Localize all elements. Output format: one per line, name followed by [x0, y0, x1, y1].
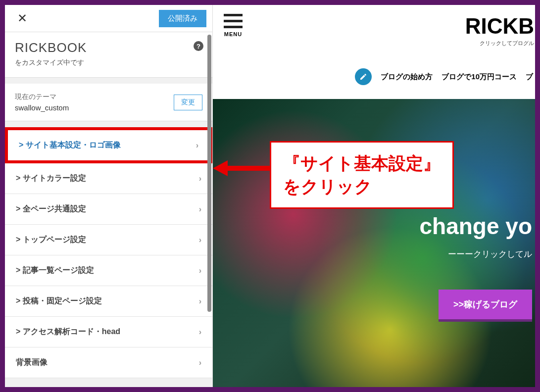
chevron-right-icon: ›	[199, 205, 201, 214]
chevron-right-icon: ›	[199, 266, 201, 275]
chevron-right-icon: ›	[196, 141, 198, 150]
menu-label: > 記事一覧ページ設定	[16, 265, 94, 276]
sidebar-header: ✕ 公開済み	[5, 5, 212, 32]
customize-caption: をカスタマイズ中です	[15, 58, 202, 67]
close-button[interactable]: ✕	[11, 7, 33, 30]
site-tagline: クリックしてブログル	[465, 40, 534, 47]
menu-label: 背景画像	[16, 357, 48, 368]
menu-label: > サイトカラー設定	[16, 173, 86, 184]
theme-name: swallow_custom	[15, 103, 69, 112]
menu-background[interactable]: 背景画像 ›	[5, 347, 212, 378]
theme-block: 現在のテーマ swallow_custom 変更	[5, 84, 212, 121]
menu-site-color[interactable]: > サイトカラー設定 ›	[5, 163, 212, 194]
hero-subtitle: ーーークリックしてル	[213, 248, 532, 260]
site-logo[interactable]: RICKB	[465, 14, 534, 39]
menu-label: > アクセス解析コード・head	[16, 327, 120, 337]
hero-cta-button[interactable]: >>稼げるブログ	[439, 290, 532, 319]
chevron-right-icon: ›	[199, 236, 201, 245]
menu-label: MENU	[224, 31, 242, 37]
scroll-thumb[interactable]	[207, 35, 211, 312]
site-title-block: RICKBOOK をカスタマイズ中です ?	[5, 32, 212, 78]
menu-label: > トップページ設定	[16, 235, 86, 245]
nav-link[interactable]: ブログで10万円コース	[442, 72, 517, 82]
chevron-right-icon: ›	[199, 328, 201, 337]
scrollbar[interactable]	[207, 35, 211, 319]
menu-post-page[interactable]: > 投稿・固定ページ設定 ›	[5, 286, 212, 317]
hero-title: change yo	[213, 213, 532, 240]
hamburger-icon	[224, 14, 243, 28]
chevron-right-icon: ›	[199, 297, 201, 306]
logo-area: RICKB クリックしてブログル	[465, 14, 535, 47]
menu-site-basic[interactable]: > サイト基本設定・ロゴ画像 ›	[5, 127, 212, 163]
change-theme-button[interactable]: 変更	[174, 95, 202, 110]
close-icon: ✕	[17, 11, 27, 25]
preview-header: MENU RICKB クリックしてブログル	[213, 5, 535, 63]
annotation-callout: 『サイト基本設定』 をクリック	[270, 141, 454, 209]
publish-button[interactable]: 公開済み	[159, 10, 206, 27]
menu-article-list[interactable]: > 記事一覧ページ設定 ›	[5, 255, 212, 286]
menu-label: > 全ページ共通設定	[16, 204, 86, 214]
menu-all-pages[interactable]: > 全ページ共通設定 ›	[5, 194, 212, 225]
site-name: RICKBOOK	[15, 40, 202, 55]
nav-row: ブログの始め方 ブログで10万円コース ブ	[213, 63, 535, 91]
chevron-right-icon: ›	[199, 358, 201, 367]
hamburger-menu[interactable]: MENU	[224, 14, 243, 37]
annotation-text: 『サイト基本設定』 をクリック	[283, 153, 441, 196]
menu-label: > 投稿・固定ページ設定	[16, 296, 102, 306]
svg-marker-1	[213, 160, 228, 176]
customizer-menu: > サイト基本設定・ロゴ画像 › > サイトカラー設定 › > 全ページ共通設定…	[5, 127, 212, 378]
nav-link[interactable]: ブログの始め方	[381, 72, 433, 82]
menu-analytics[interactable]: > アクセス解析コード・head ›	[5, 317, 212, 347]
help-icon[interactable]: ?	[194, 41, 203, 51]
chevron-right-icon: ›	[199, 174, 201, 183]
customizer-sidebar: ✕ 公開済み RICKBOOK をカスタマイズ中です ? 現在のテーマ swal…	[5, 5, 213, 387]
theme-label: 現在のテーマ	[15, 93, 69, 101]
menu-label: > サイト基本設定・ロゴ画像	[19, 140, 121, 150]
nav-link[interactable]: ブ	[526, 72, 533, 82]
edit-icon[interactable]	[355, 68, 372, 85]
menu-top-page[interactable]: > トップページ設定 ›	[5, 225, 212, 255]
annotation-arrow	[213, 158, 270, 178]
